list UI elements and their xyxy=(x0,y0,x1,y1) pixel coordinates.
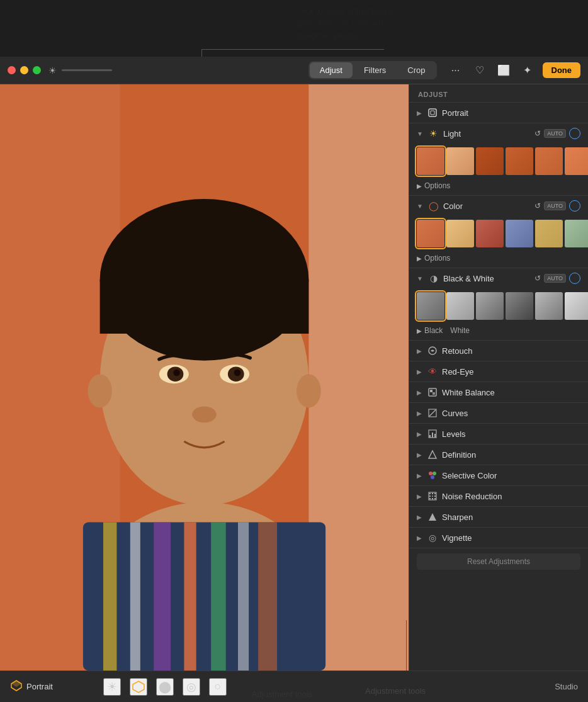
svg-rect-46 xyxy=(434,498,436,499)
thumb-bw-0[interactable] xyxy=(417,292,444,320)
expand-icon-sharpen: ▶ xyxy=(417,514,422,521)
whitebalance-row[interactable]: ▶ White Balance xyxy=(409,382,588,402)
callout-label-adj: Adjustment tools xyxy=(365,686,426,696)
expand-icon-options-light: ▶ xyxy=(417,183,422,190)
curves-row[interactable]: ▶ Curves xyxy=(409,403,588,423)
sc-icon xyxy=(427,470,438,481)
light-label: Light xyxy=(443,129,531,139)
ring-tool-button[interactable]: ○ xyxy=(209,678,227,696)
tooltip-line3: straighten photos. xyxy=(296,30,393,42)
tab-adjust[interactable]: Adjust xyxy=(310,62,353,78)
thumb-light-5[interactable] xyxy=(565,147,588,175)
undo-icon-bw[interactable]: ↺ xyxy=(534,274,541,283)
svg-rect-9 xyxy=(211,523,226,671)
vignette-row[interactable]: ▶ ◎ Vignette xyxy=(409,528,588,548)
toggle-light[interactable] xyxy=(569,128,580,139)
thumb-color-3[interactable] xyxy=(506,220,533,247)
close-button[interactable] xyxy=(8,66,16,74)
definition-label: Definition xyxy=(442,450,580,460)
magic-wand-button[interactable]: ✦ xyxy=(519,62,536,79)
portrait-badge: Portrait xyxy=(10,679,53,694)
color-row[interactable]: ▼ ◯ Color ↺ AUTO xyxy=(409,196,588,216)
done-button[interactable]: Done xyxy=(543,62,581,78)
thumb-bw-2[interactable] xyxy=(476,292,504,320)
thumb-color-1[interactable] xyxy=(446,220,474,247)
section-retouch: ▶ Retouch xyxy=(409,341,588,361)
bw-row[interactable]: ▼ ◑ Black & White ↺ AUTO xyxy=(409,268,588,288)
toggle-bw[interactable] xyxy=(569,273,580,284)
nr-label: Noise Reduction xyxy=(442,492,580,501)
levels-row[interactable]: ▶ Levels xyxy=(409,424,588,444)
favorites-button[interactable]: ♡ xyxy=(471,62,489,79)
thumb-bw-4[interactable] xyxy=(535,292,563,320)
portrait-row[interactable]: ▶ Portrait xyxy=(409,103,588,123)
svg-rect-4 xyxy=(83,523,325,671)
section-sharpen: ▶ Sharpen xyxy=(409,507,588,528)
light-thumbnails xyxy=(409,144,588,179)
noisereduction-row[interactable]: ▶ Noise Reduction xyxy=(409,486,588,506)
undo-icon-light[interactable]: ↺ xyxy=(534,129,541,138)
retouch-row[interactable]: ▶ Retouch xyxy=(409,341,588,361)
thumb-color-5[interactable] xyxy=(565,220,588,247)
undo-icon-color[interactable]: ↺ xyxy=(534,201,541,210)
light-options-row[interactable]: ▶ Options xyxy=(409,179,588,195)
definition-icon xyxy=(427,449,438,460)
sun-tool-button[interactable]: ☀ xyxy=(103,678,121,696)
minimize-button[interactable] xyxy=(20,66,28,74)
curves-icon xyxy=(427,407,438,419)
circle-tool-button[interactable]: ⬤ xyxy=(156,678,174,696)
more-options-button[interactable]: ··· xyxy=(447,62,465,79)
brightness-slider[interactable] xyxy=(62,69,112,71)
thumb-light-2[interactable] xyxy=(476,147,504,175)
thumb-light-1[interactable] xyxy=(446,147,474,175)
auto-badge-color[interactable]: AUTO xyxy=(544,201,566,210)
color-controls: ↺ AUTO xyxy=(534,200,580,212)
selectivecolor-row[interactable]: ▶ Selective Color xyxy=(409,465,588,485)
adjust-header: ADJUST xyxy=(409,84,588,103)
light-row[interactable]: ▼ ☀ Light ↺ AUTO xyxy=(409,123,588,144)
definition-row[interactable]: ▶ Definition xyxy=(409,444,588,465)
target-tool-button[interactable]: ◎ xyxy=(183,678,200,696)
levels-icon xyxy=(427,428,438,439)
light-icon: ☀ xyxy=(428,128,439,139)
thumb-color-4[interactable] xyxy=(535,220,563,247)
sharpen-row[interactable]: ▶ Sharpen xyxy=(409,507,588,527)
options-label-color: Options xyxy=(424,254,450,263)
toggle-color[interactable] xyxy=(569,200,580,212)
tab-filters[interactable]: Filters xyxy=(354,62,396,78)
expand-icon-curves: ▶ xyxy=(417,410,422,417)
cube-tool-button[interactable] xyxy=(130,678,147,696)
options-label-light: Options xyxy=(424,181,450,190)
retouch-label: Retouch xyxy=(442,346,580,356)
adjustment-panel: ADJUST ▶ Portrait ▼ ☀ Light ↺ AUTO xyxy=(409,84,588,671)
bw-options-row[interactable]: ▶ Black White xyxy=(409,324,588,340)
section-redeye: ▶ 👁 Red-Eye xyxy=(409,361,588,382)
thumb-bw-1[interactable] xyxy=(446,292,474,320)
thumb-light-4[interactable] xyxy=(535,147,563,175)
portrait-svg xyxy=(0,84,409,671)
auto-badge-bw[interactable]: AUTO xyxy=(544,274,566,283)
expand-icon-light: ▼ xyxy=(417,130,423,137)
color-options-row[interactable]: ▶ Options xyxy=(409,251,588,268)
fullscreen-button[interactable] xyxy=(33,66,41,74)
thumb-bw-3[interactable] xyxy=(506,292,533,320)
tooltip-box: Click to make adjustments, apply filters… xyxy=(296,5,393,42)
share-button[interactable]: ⬜ xyxy=(495,62,512,79)
brightness-slider-area: ☀ xyxy=(48,65,112,76)
svg-rect-41 xyxy=(429,495,431,497)
reset-adjustments-button[interactable]: Reset Adjustments xyxy=(417,553,580,570)
thumb-color-2[interactable] xyxy=(476,220,504,247)
svg-rect-10 xyxy=(238,523,249,671)
thumb-color-0[interactable] xyxy=(417,220,444,247)
redeye-row[interactable]: ▶ 👁 Red-Eye xyxy=(409,361,588,382)
studio-label: Studio xyxy=(555,682,578,691)
thumb-light-0[interactable] xyxy=(417,147,444,175)
section-light: ▼ ☀ Light ↺ AUTO ▶ Options xyxy=(409,123,588,196)
adjustment-tools-annotation: Adjustment tools xyxy=(252,689,312,699)
tab-crop[interactable]: Crop xyxy=(397,62,435,78)
thumb-light-3[interactable] xyxy=(506,147,533,175)
levels-label: Levels xyxy=(442,429,580,439)
thumb-bw-5[interactable] xyxy=(565,292,588,320)
auto-badge-light[interactable]: AUTO xyxy=(544,129,566,138)
wb-label: White Balance xyxy=(442,388,580,397)
